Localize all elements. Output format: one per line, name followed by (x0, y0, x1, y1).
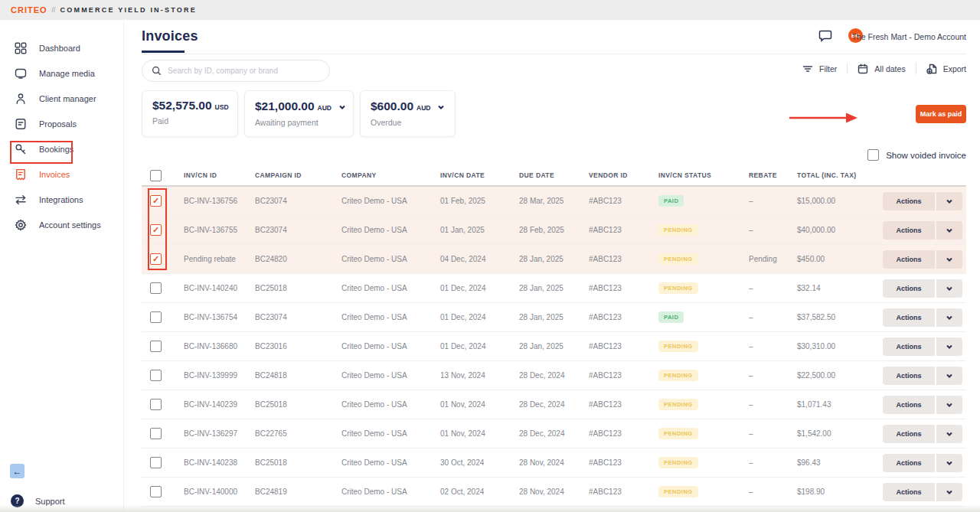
invoice-id-cell: BC-INV-136754 (184, 313, 255, 321)
actions-button[interactable]: Actions (883, 250, 935, 269)
actions-chevron-button[interactable] (936, 250, 962, 269)
rebate-cell: – (749, 371, 797, 380)
sidebar-item-proposals[interactable]: Proposals (0, 111, 123, 136)
row-checkbox[interactable] (150, 457, 162, 468)
actions-chevron-button[interactable] (936, 454, 962, 472)
row-checkbox[interactable] (150, 311, 162, 323)
status-badge: PENDING (658, 486, 698, 497)
table-row: BC-INV-140239BC25018Criteo Demo - USA01 … (142, 390, 966, 419)
chevron-down-icon (946, 285, 953, 292)
account-name: The Fresh Mart - Demo Account (852, 32, 966, 41)
status-badge: PAID (658, 311, 684, 323)
row-checkbox[interactable]: ✓ (150, 224, 162, 236)
invoice-date-cell: 13 Nov, 2024 (440, 371, 519, 380)
row-checkbox[interactable] (150, 370, 162, 381)
sidebar-item-dashboard[interactable]: Dashboard (0, 35, 123, 60)
due-date-cell: 28 Nov, 2024 (519, 488, 589, 496)
sidebar-collapse-button[interactable]: ← (10, 464, 24, 478)
date-range-button[interactable]: All dates (858, 64, 905, 74)
row-checkbox[interactable] (150, 282, 162, 294)
vendor-id-cell: #ABC123 (589, 197, 658, 205)
table-row: ✓BC-INV-136756BC23074Criteo Demo - USA01… (142, 187, 966, 216)
rebate-cell: – (749, 400, 797, 409)
chevron-down-icon (946, 227, 953, 234)
summary-cards: $52,575.00 USD Paid $21,000.00 AUD Await… (142, 90, 456, 137)
actions-button[interactable]: Actions (883, 454, 935, 472)
actions-button[interactable]: Actions (883, 483, 935, 501)
table-row: BC-INV-136297BC22765Criteo Demo - USA01 … (142, 419, 966, 448)
actions-chevron-button[interactable] (936, 367, 962, 385)
invoice-id-cell: BC-INV-139999 (184, 371, 255, 380)
invoice-date-cell: 01 Dec, 2024 (440, 342, 519, 351)
actions-button[interactable]: Actions (883, 396, 935, 414)
vendor-id-cell: #ABC123 (589, 342, 658, 351)
product-name: COMMERCE YIELD IN-STORE (60, 6, 197, 14)
chevron-down-icon (946, 488, 953, 496)
vendor-id-cell: #ABC123 (589, 429, 658, 438)
actions-button[interactable]: Actions (883, 338, 935, 356)
brand-separator: // (52, 6, 56, 14)
column-header: INV/CN STATUS (658, 171, 749, 179)
status-cell: PENDING (658, 224, 749, 236)
company-cell: Criteo Demo - USA (341, 400, 440, 409)
mark-as-paid-button[interactable]: Mark as paid (916, 105, 966, 123)
vendor-id-cell: #ABC123 (589, 458, 658, 467)
select-all-checkbox[interactable] (150, 170, 162, 181)
chat-bubble-icon[interactable] (818, 29, 832, 46)
table-row: BC-INV-136754BC23074Criteo Demo - USA01 … (142, 303, 966, 332)
date-range-label: All dates (874, 64, 905, 73)
invoice-date-cell: 02 Oct, 2024 (440, 488, 519, 496)
filter-button[interactable]: Filter (802, 64, 837, 74)
actions-chevron-button[interactable] (936, 338, 962, 356)
sidebar-item-client-manager[interactable]: Client manager (0, 86, 123, 111)
actions-button[interactable]: Actions (883, 279, 935, 298)
due-date-cell: 28 Feb, 2025 (519, 226, 589, 234)
actions-cell: Actions (883, 396, 971, 414)
campaign-id-cell: BC23074 (255, 197, 341, 205)
actions-chevron-button[interactable] (936, 192, 962, 210)
search-input[interactable] (168, 67, 320, 75)
actions-button[interactable]: Actions (883, 367, 935, 385)
sidebar-item-bookings[interactable]: Bookings (0, 136, 123, 161)
actions-button[interactable]: Actions (883, 221, 935, 240)
row-checkbox[interactable]: ✓ (150, 253, 162, 265)
sidebar-item-invoices[interactable]: Invoices (0, 161, 123, 187)
actions-chevron-button[interactable] (936, 279, 962, 298)
actions-chevron-button[interactable] (936, 483, 962, 501)
due-date-cell: 28 Mar, 2025 (519, 197, 589, 205)
status-cell: PENDING (658, 486, 749, 497)
sidebar-item-integrations[interactable]: Integrations (0, 187, 123, 212)
row-checkbox[interactable] (150, 428, 162, 439)
row-checkbox[interactable]: ✓ (150, 195, 162, 207)
table-row: ✓BC-INV-136755BC23074Criteo Demo - USA01… (142, 216, 966, 245)
sidebar-item-manage-media[interactable]: Manage media (0, 60, 123, 86)
clipboard-icon (15, 118, 27, 130)
chevron-down-icon[interactable] (437, 100, 445, 114)
actions-chevron-button[interactable] (936, 308, 962, 327)
total-cell: $37,582.50 (797, 313, 883, 321)
row-checkbox[interactable] (150, 341, 162, 352)
sidebar-item-account-settings[interactable]: Account settings (0, 212, 123, 237)
actions-chevron-button[interactable] (936, 425, 962, 443)
rebate-cell: – (749, 313, 797, 321)
table-row: BC-INV-140238BC25018Criteo Demo - USA30 … (142, 448, 966, 478)
actions-button[interactable]: Actions (883, 425, 935, 443)
row-checkbox[interactable] (150, 399, 162, 410)
dashboard-grid-icon (15, 42, 27, 54)
column-header: COMPANY (341, 171, 440, 179)
actions-chevron-button[interactable] (936, 221, 962, 240)
column-header: TOTAL (INC. TAX) (797, 171, 883, 179)
chevron-down-icon[interactable] (338, 100, 346, 114)
actions-button[interactable]: Actions (883, 192, 935, 210)
actions-cell: Actions (883, 192, 971, 210)
show-voided-checkbox[interactable] (867, 149, 879, 161)
actions-button[interactable]: Actions (883, 308, 935, 327)
export-button[interactable]: Export (926, 64, 966, 74)
sidebar-item-label: Integrations (39, 195, 83, 204)
campaign-id-cell: BC24819 (255, 488, 341, 496)
vendor-id-cell: #ABC123 (589, 255, 658, 263)
row-checkbox[interactable] (150, 486, 162, 497)
support-link[interactable]: ? Support (11, 494, 65, 507)
actions-chevron-button[interactable] (936, 396, 962, 414)
invoice-date-cell: 01 Jan, 2025 (440, 226, 519, 234)
